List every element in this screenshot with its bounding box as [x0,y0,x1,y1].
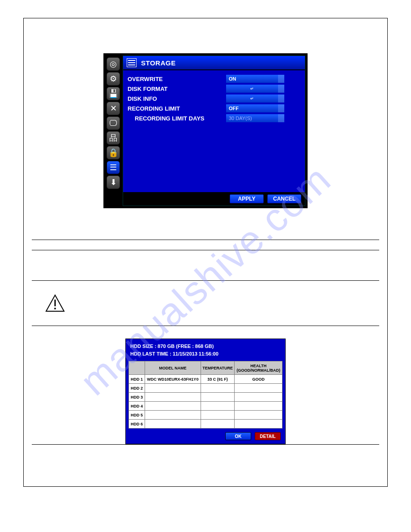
cancel-button[interactable]: CANCEL [267,194,301,203]
disk-format-label: DISK FORMAT [128,86,226,92]
download-icon[interactable]: ⬇ [107,176,120,189]
col-temp: TEMPERATURE [201,361,235,375]
col-health: HEALTH(GOOD/NORMAL/BAD) [235,361,283,375]
recording-limit-value: OFF [229,106,239,111]
detail-button[interactable]: DETAIL [255,432,281,440]
recording-limit-days-label: RECORDING LIMIT DAYS [128,115,226,122]
caution-row [32,280,379,326]
save-icon[interactable]: 💾 [107,87,120,100]
overwrite-value: ON [229,76,236,82]
caution-icon [45,294,65,312]
dvr-title: STORAGE [141,59,176,67]
storage-icon[interactable]: ☰ [107,161,120,174]
recording-limit-label: RECORDING LIMIT [128,105,226,112]
network-icon[interactable]: 品 [107,131,120,145]
disk-format-button[interactable]: ↵ [226,85,284,93]
recording-limit-select[interactable]: OFF [226,104,284,112]
table-row: HDD 2 [129,384,283,393]
table-row: HDD 3 [129,393,283,402]
disk-info-table: MODEL NAME TEMPERATURE HEALTH(GOOD/NORMA… [128,361,283,429]
enter-icon: ↵ [250,86,254,91]
overwrite-label: OVERWRITE [128,76,226,82]
table-row: HDD 4 [129,402,283,411]
table-row: HDD 1 WDC WD10EURX-63FH1Y0 33 C (91 F) G… [129,375,283,384]
overwrite-select[interactable]: ON [226,75,284,83]
disk-info-button[interactable]: ↵ [226,94,284,103]
disk-info-label: DISK INFO [128,95,226,102]
camera-icon[interactable]: ◎ [107,57,120,71]
table-row: HDD 5 [129,411,283,420]
monitor-icon[interactable]: 🖵 [107,116,120,130]
lock-icon[interactable]: 🔒 [107,146,120,159]
recording-limit-days-select[interactable]: 30 DAY(S) [226,114,284,122]
gear-icon[interactable]: ⚙ [107,72,120,86]
storage-title-icon [127,58,137,67]
hdd-size-text: HDD SIZE : 870 GB (FREE : 868 GB) [130,343,281,350]
col-model: MODEL NAME [145,361,201,375]
storage-screenshot: ◎ ⚙ 💾 ✕ 🖵 品 🔒 ☰ ⬇ STORAGE OVERWRITE [103,53,308,208]
dvr-sidebar: ◎ ⚙ 💾 ✕ 🖵 品 🔒 ☰ ⬇ [106,56,121,206]
hdd-last-time-text: HDD LAST TIME : 11/15/2013 11:56:00 [130,350,281,358]
ok-button[interactable]: OK [225,432,251,440]
tools-icon[interactable]: ✕ [107,102,120,115]
apply-button[interactable]: APPLY [230,194,264,203]
table-row: HDD 6 [129,420,283,429]
disk-info-screenshot: HDD SIZE : 870 GB (FREE : 868 GB) HDD LA… [125,339,286,444]
recording-limit-days-value: 30 DAY(S) [229,116,252,121]
enter-icon: ↵ [250,96,254,101]
dvr-title-bar: STORAGE [123,56,305,70]
svg-point-1 [54,308,56,309]
